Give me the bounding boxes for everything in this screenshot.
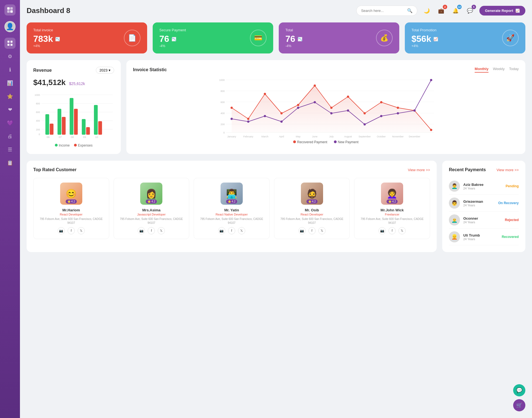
customers-view-more[interactable]: View more >> [408, 168, 430, 172]
tab-today[interactable]: Today [509, 67, 519, 73]
header-actions: 🔍 🌙 💼 2 🔔 12 💬 5 Generate Report 📈 [356, 6, 525, 16]
year-select[interactable]: 2023 ▾ [96, 67, 114, 74]
sidebar-item-analytics[interactable]: 📊 [4, 78, 16, 89]
svg-rect-5 [11, 41, 12, 43]
svg-rect-21 [58, 109, 62, 135]
payments-view-more[interactable]: View more >> [497, 168, 519, 172]
support-fab[interactable]: 💬 [513, 384, 525, 396]
twitter-0[interactable]: 𝕏 [78, 227, 85, 234]
svg-point-49 [264, 93, 266, 95]
twitter-2[interactable]: 𝕏 [238, 227, 245, 234]
cart-fab[interactable]: 🛒 [513, 399, 525, 411]
invoice-line-chart: 1000 800 600 400 200 0 [133, 77, 519, 138]
customer-rating-2: ⭐ 4.2 [226, 199, 237, 204]
customer-card-4: 👩‍🦱 ⭐ 4.2 Mr.John Wick Freelancer 795 Fo… [354, 178, 430, 239]
svg-point-69 [380, 115, 382, 117]
sidebar-item-settings[interactable]: ⚙ [4, 51, 16, 62]
tab-weekly[interactable]: Weekly [493, 67, 505, 73]
stat-label-invoice: Total invoice [33, 28, 60, 32]
instagram-0[interactable]: 📷 [58, 227, 65, 234]
generate-report-button[interactable]: Generate Report 📈 [479, 6, 525, 16]
search-input[interactable] [361, 9, 405, 13]
svg-text:December: December [409, 135, 420, 138]
svg-text:09: 09 [83, 135, 86, 139]
svg-text:200: 200 [36, 128, 40, 131]
stat-value-invoice: 783k 📉 [33, 34, 60, 44]
svg-point-68 [364, 123, 366, 125]
svg-point-64 [297, 107, 299, 109]
svg-point-62 [264, 115, 266, 117]
sidebar-item-menu[interactable]: ☰ [4, 144, 16, 155]
facebook-0[interactable]: f [68, 227, 75, 234]
stat-trend-payment: -4% [159, 44, 186, 48]
search-box[interactable]: 🔍 [356, 6, 417, 16]
revenue-compare: $25,612k [69, 81, 85, 86]
customer-role-1: Javascript Developer [117, 213, 186, 216]
sidebar-item-info[interactable]: ℹ [4, 64, 16, 75]
stat-icon-invoice: 📄 [124, 30, 140, 46]
chart-icon: 📈 [515, 9, 520, 13]
customer-socials-4: 📷 f 𝕏 [357, 227, 427, 234]
chat-badge: 5 [472, 5, 476, 9]
instagram-4[interactable]: 📷 [378, 227, 386, 234]
user-avatar[interactable]: 👤 [4, 21, 16, 32]
payment-age-2: 24 Years [463, 220, 502, 224]
sidebar-item-likes[interactable]: ❤ [4, 104, 16, 115]
svg-point-59 [430, 129, 432, 131]
svg-point-63 [280, 120, 283, 123]
svg-text:400: 400 [221, 112, 225, 115]
sidebar-item-dashboard[interactable] [4, 38, 16, 49]
page-title: Dashboard 8 [27, 6, 70, 15]
customer-avatar-1: 👩 ⭐ 4.2 [140, 183, 162, 205]
instagram-1[interactable]: 📷 [138, 227, 145, 234]
payment-info-3: Uli Trumb 24 Years [463, 233, 498, 241]
revenue-title: Revenue [33, 68, 52, 73]
stat-icon-promotion: 🚀 [502, 30, 519, 46]
bell-icon-btn[interactable]: 🔔 12 [451, 6, 461, 16]
instagram-3[interactable]: 📷 [298, 227, 306, 234]
payment-info-0: Aziz Bakree 24 Years [463, 183, 502, 190]
sidebar-item-favorites[interactable]: ⭐ [4, 91, 16, 102]
sidebar-item-reports[interactable]: 📋 [4, 157, 16, 168]
customer-rating-0: ⭐ 4.2 [66, 199, 77, 204]
customer-role-3: React Developer [277, 213, 347, 216]
sidebar-item-heart2[interactable]: 💜 [4, 117, 16, 129]
instagram-2[interactable]: 📷 [218, 227, 225, 234]
dark-mode-toggle[interactable]: 🌙 [422, 6, 432, 16]
page-header: Dashboard 8 🔍 🌙 💼 2 🔔 12 💬 5 Generate Re… [27, 6, 525, 16]
sidebar-logo[interactable] [4, 4, 16, 16]
chevron-down-icon: ▾ [109, 68, 111, 72]
svg-text:July: July [329, 135, 334, 138]
svg-text:1000: 1000 [219, 79, 225, 81]
tab-monthly[interactable]: Monthly [475, 67, 488, 73]
facebook-1[interactable]: f [148, 227, 155, 234]
revenue-card: Revenue 2023 ▾ $41,512k $25,612k [27, 60, 121, 154]
svg-text:400: 400 [36, 119, 40, 122]
twitter-1[interactable]: 𝕏 [158, 227, 165, 234]
facebook-2[interactable]: f [228, 227, 235, 234]
twitter-4[interactable]: 𝕏 [398, 227, 406, 234]
svg-marker-46 [232, 86, 431, 132]
sidebar: 👤 ⚙ ℹ 📊 ⭐ ❤ 💜 🖨 ☰ 📋 [0, 0, 20, 418]
sidebar-item-print[interactable]: 🖨 [4, 131, 16, 142]
svg-text:May: May [296, 135, 301, 138]
payment-item-3: 👱 Uli Trumb 24 Years Recovered [449, 229, 519, 245]
customer-role-2: React Native Developer [197, 213, 267, 216]
twitter-3[interactable]: 𝕏 [318, 227, 326, 234]
stat-icon-payment: 💳 [250, 30, 267, 46]
svg-text:0: 0 [223, 131, 225, 134]
chat-icon-btn[interactable]: 💬 5 [465, 6, 475, 16]
customer-name-0: Mr.Hariom [36, 208, 106, 212]
top-customers-title: Top Rated Customer [33, 167, 76, 172]
svg-text:September: September [359, 135, 371, 138]
wallet-icon-btn[interactable]: 💼 2 [436, 6, 446, 16]
svg-rect-26 [86, 127, 90, 135]
stat-icon-total: 💰 [376, 30, 393, 46]
svg-text:August: August [344, 135, 352, 138]
svg-point-72 [430, 79, 432, 81]
facebook-3[interactable]: f [308, 227, 316, 234]
customer-rating-3: ⭐ 4.2 [306, 199, 318, 204]
facebook-4[interactable]: f [388, 227, 396, 234]
svg-text:800: 800 [36, 102, 40, 105]
svg-point-54 [347, 96, 349, 98]
